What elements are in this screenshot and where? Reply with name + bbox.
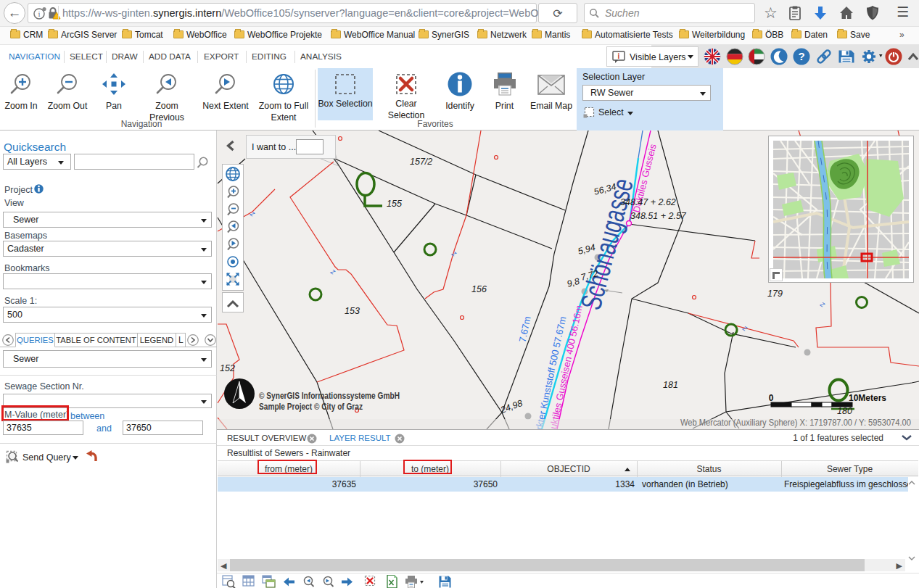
svg-text:156: 156 [471,284,487,294]
svg-text:Schönaugasse: Schönaugasse [574,175,639,312]
svg-text:10Meters: 10Meters [849,393,886,403]
svg-text:7.67m: 7.67m [517,315,533,343]
svg-text:Web Mercator (Auxiliary Sphere: Web Mercator (Auxiliary Sphere) X: 17197… [680,418,911,428]
svg-text:180: 180 [837,406,852,416]
svg-text:Sample Project © City of Graz: Sample Project © City of Graz [259,402,363,412]
svg-text:181: 181 [663,380,678,390]
svg-text:348.47 + 2.62: 348.47 + 2.62 [620,197,676,207]
svg-text:i: i [38,9,40,18]
svg-text:155: 155 [387,199,402,209]
svg-text:z: z [450,248,459,258]
svg-text:i: i [618,52,620,60]
svg-text:?: ? [798,50,804,62]
svg-text:© SynerGIS Informationssysteme: © SynerGIS Informationssysteme GmbH [259,391,400,401]
svg-text:24,98: 24,98 [498,398,524,415]
svg-text:z: z [818,299,828,309]
svg-text:153: 153 [345,306,360,316]
svg-text:179: 179 [767,289,783,299]
svg-text:z: z [329,266,338,276]
svg-text:152: 152 [220,363,235,373]
svg-text:348.51 + 2.57: 348.51 + 2.57 [630,211,687,221]
svg-text:157/2: 157/2 [410,157,432,167]
svg-text:z: z [741,323,750,333]
svg-text:0: 0 [769,393,774,403]
